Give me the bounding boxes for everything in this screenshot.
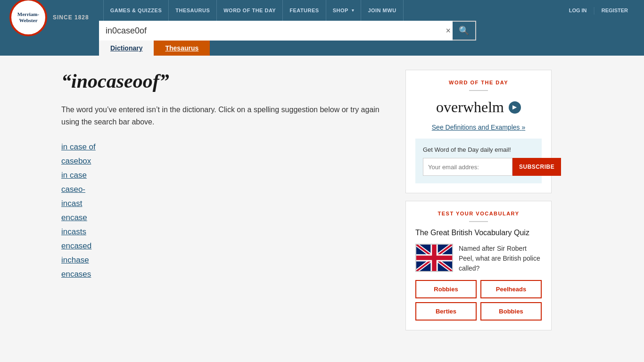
- list-item: in case: [61, 169, 391, 181]
- nav-shop[interactable]: SHOP ▾: [326, 0, 362, 21]
- suggestion-inchase[interactable]: inchase: [61, 254, 391, 266]
- search-clear-button[interactable]: ×: [444, 24, 453, 38]
- answer-berties[interactable]: Berties: [415, 302, 477, 321]
- list-item: encase: [61, 212, 391, 224]
- register-link[interactable]: REGISTER: [595, 0, 635, 21]
- wotd-email-section: Get Word of the Day daily email! SUBSCRI…: [415, 139, 542, 183]
- main-wrapper: “inocaseoof” The word you’ve entered isn…: [0, 56, 644, 345]
- quiz-question: Named after Sir Robert Peel, what are Br…: [459, 244, 542, 273]
- suggestion-caseo[interactable]: caseo-: [61, 183, 391, 196]
- wotd-card: WORD OF THE DAY overwhelm ▶ See Definiti…: [405, 70, 552, 193]
- quiz-image-area: Named after Sir Robert Peel, what are Br…: [415, 244, 542, 273]
- search-word-title: “inocaseoof”: [61, 70, 391, 92]
- vocab-label: TEST YOUR VOCABULARY: [415, 211, 542, 216]
- login-link[interactable]: LOG IN: [562, 0, 594, 21]
- chevron-down-icon: ▾: [352, 8, 355, 13]
- answer-bobbies[interactable]: Bobbies: [480, 302, 542, 321]
- logo-circle: Merriam-Webster: [9, 0, 47, 36]
- suggestion-incasts[interactable]: incasts: [61, 226, 391, 238]
- suggestion-incast[interactable]: incast: [61, 197, 391, 210]
- quiz-answers: Robbies Peelheads Berties Bobbies: [415, 280, 542, 321]
- vocab-card: TEST YOUR VOCABULARY The Great British V…: [405, 201, 552, 330]
- content-area: “inocaseoof” The word you’ve entered isn…: [61, 70, 391, 330]
- wotd-label: WORD OF THE DAY: [415, 80, 542, 85]
- list-item: in case of: [61, 141, 391, 153]
- suggestion-encase[interactable]: encase: [61, 212, 391, 224]
- wotd-email-prompt: Get Word of the Day daily email!: [423, 146, 534, 153]
- list-item: inchase: [61, 254, 391, 266]
- search-input[interactable]: [99, 21, 453, 41]
- nav-features[interactable]: FEATURES: [283, 0, 326, 21]
- wotd-definitions-link[interactable]: See Definitions and Examples »: [415, 123, 542, 131]
- nav-thesaurus[interactable]: THESAURUS: [169, 0, 217, 21]
- suggestions-list: in case of casebox in case caseo- incast…: [61, 141, 391, 280]
- search-container: × 🔍: [99, 21, 476, 41]
- list-item: encases: [61, 268, 391, 280]
- svg-rect-8: [416, 255, 452, 260]
- wotd-word-text: overwhelm: [436, 99, 504, 116]
- suggestion-in-case[interactable]: in case: [61, 169, 391, 181]
- audio-play-icon[interactable]: ▶: [509, 101, 521, 114]
- wotd-link-text: See Definitions and Examples: [432, 123, 520, 131]
- arrow-icon: »: [521, 123, 525, 131]
- header-top: Merriam-Webster SINCE 1828 GAMES & QUIZZ…: [0, 0, 644, 21]
- logo-text: Merriam-Webster: [11, 11, 45, 24]
- nav-games-quizzes[interactable]: GAMES & QUIZZES: [103, 0, 169, 21]
- logo-area: Merriam-Webster SINCE 1828: [9, 0, 89, 36]
- subscribe-button[interactable]: SUBSCRIBE: [512, 158, 561, 176]
- vocab-quiz-title: The Great British Vocabulary Quiz: [415, 229, 542, 237]
- search-area: × 🔍: [0, 21, 644, 41]
- search-submit-button[interactable]: 🔍: [453, 21, 476, 41]
- uk-flag-svg: [416, 244, 452, 272]
- list-item: incasts: [61, 226, 391, 238]
- sidebar: WORD OF THE DAY overwhelm ▶ See Definiti…: [405, 70, 552, 330]
- suggestion-encased[interactable]: encased: [61, 240, 391, 252]
- vocab-divider: [469, 221, 488, 222]
- uk-flag-image: [415, 244, 453, 272]
- main-nav: GAMES & QUIZZES THESAURUS WORD OF THE DA…: [103, 0, 562, 21]
- tab-dictionary[interactable]: Dictionary: [99, 41, 154, 56]
- answer-peelheads[interactable]: Peelheads: [480, 280, 542, 298]
- list-item: encased: [61, 240, 391, 252]
- auth-links: LOG IN | REGISTER: [562, 0, 635, 21]
- search-icon: 🔍: [459, 25, 469, 36]
- suggestion-casebox[interactable]: casebox: [61, 155, 391, 167]
- suggestion-in-case-of[interactable]: in case of: [61, 141, 391, 153]
- not-found-message: The word you’ve entered isn’t in the dic…: [61, 104, 391, 128]
- list-item: incast: [61, 197, 391, 210]
- list-item: casebox: [61, 155, 391, 167]
- shop-label: SHOP: [333, 8, 348, 13]
- search-tabs: Dictionary Thesaurus: [0, 41, 644, 56]
- wotd-word: overwhelm ▶: [415, 99, 542, 116]
- nav-join-mwu[interactable]: JOIN MWU: [361, 0, 403, 21]
- answer-robbies[interactable]: Robbies: [415, 280, 477, 298]
- since-text: SINCE 1828: [53, 14, 89, 21]
- list-item: caseo-: [61, 183, 391, 196]
- email-form: SUBSCRIBE: [423, 158, 534, 176]
- tab-thesaurus[interactable]: Thesaurus: [154, 41, 210, 56]
- suggestion-encases[interactable]: encases: [61, 268, 391, 280]
- wotd-divider: [469, 90, 488, 91]
- email-input[interactable]: [423, 158, 512, 176]
- nav-word-of-day[interactable]: WORD OF THE DAY: [217, 0, 283, 21]
